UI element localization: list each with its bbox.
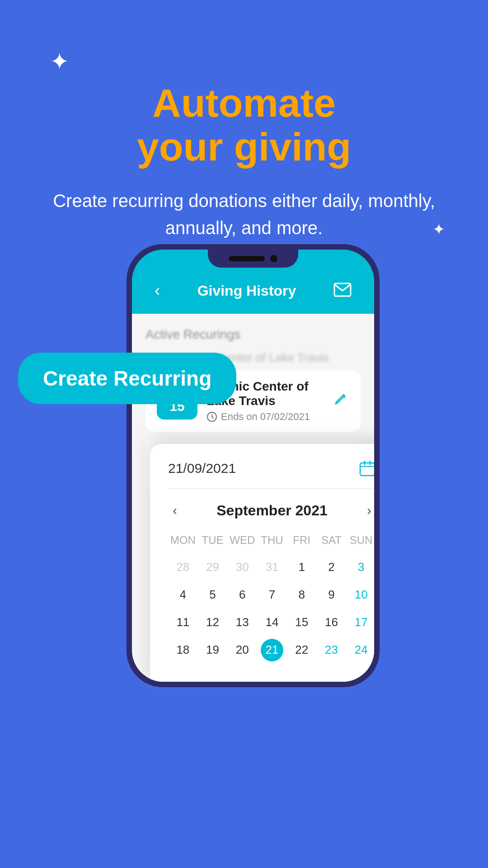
cal-day-today[interactable]: 21: [257, 638, 287, 661]
header-section: Automate your giving Create recurring do…: [0, 81, 488, 241]
calendar-week-1: 28 29 30 31 1 2 3: [168, 556, 374, 579]
screen-title: Giving History: [197, 283, 296, 299]
cal-day[interactable]: 7: [257, 583, 287, 606]
subtitle-text: Create recurring donations either daily,…: [36, 187, 452, 241]
cal-day[interactable]: 22: [287, 638, 317, 661]
day-headers-row: MON TUE WED THU FRI SAT SUN: [168, 532, 374, 549]
phone-header-bar: ‹ Giving History: [132, 272, 374, 314]
tabs-row: Active Recurings: [145, 327, 361, 342]
calendar-popup: 21/09/2021 ‹ September 2021: [150, 444, 374, 682]
cal-day[interactable]: 4: [168, 583, 198, 606]
cal-day[interactable]: 17: [346, 611, 374, 634]
calendar-grid: MON TUE WED THU FRI SAT SUN 28: [168, 532, 374, 661]
back-arrow-icon[interactable]: ‹: [155, 281, 160, 300]
day-header-sat: SAT: [317, 532, 347, 549]
calendar-icon[interactable]: [359, 460, 374, 477]
cal-day[interactable]: 18: [168, 638, 198, 661]
title-line2: your giving: [137, 124, 351, 169]
cal-day[interactable]: 3: [346, 556, 374, 579]
cal-day[interactable]: 9: [317, 583, 347, 606]
cal-day[interactable]: 24: [346, 638, 374, 661]
cal-day[interactable]: 20: [227, 638, 257, 661]
cal-day[interactable]: 30: [227, 556, 257, 579]
cal-day[interactable]: 11: [168, 611, 198, 634]
day-header-sun: SUN: [346, 532, 374, 549]
cal-day[interactable]: 8: [287, 583, 317, 606]
end-date-text: Ends on 07/02/2021: [221, 411, 310, 423]
phone-inner-screen: ‹ Giving History Active Recurings: [132, 250, 374, 682]
cal-day-today-inner[interactable]: 21: [261, 639, 283, 661]
active-recurings-tab: Active Recurings: [145, 327, 240, 342]
day-header-wed: WED: [227, 532, 257, 549]
cal-day[interactable]: 10: [346, 583, 374, 606]
svg-rect-0: [334, 283, 351, 296]
cal-day[interactable]: 29: [198, 556, 228, 579]
edit-icon-main[interactable]: [333, 391, 349, 411]
svg-rect-3: [360, 463, 374, 476]
phone-mockup: ‹ Giving History Active Recurings: [90, 244, 398, 741]
cal-day[interactable]: 14: [257, 611, 287, 634]
calendar-navigation: ‹ September 2021 ›: [168, 500, 374, 520]
main-title: Automate your giving: [36, 81, 452, 169]
phone-notch: [208, 250, 298, 268]
calendar-date-field: 21/09/2021: [168, 460, 374, 489]
mail-icon[interactable]: [333, 283, 352, 299]
clock-icon: [206, 411, 217, 422]
cal-day[interactable]: 28: [168, 556, 198, 579]
notch-speaker: [229, 256, 265, 261]
day-header-mon: MON: [168, 532, 198, 549]
cal-day[interactable]: 23: [317, 638, 347, 661]
calendar-week-4: 18 19 20 21 22 23 24: [168, 638, 374, 661]
sparkle-icon-1: ✦: [50, 50, 70, 73]
cal-day[interactable]: 13: [227, 611, 257, 634]
day-header-tue: TUE: [198, 532, 228, 549]
prev-month-button[interactable]: ‹: [168, 500, 182, 520]
cal-day[interactable]: 2: [317, 556, 347, 579]
selected-date: 21/09/2021: [168, 461, 236, 476]
cal-day[interactable]: 1: [287, 556, 317, 579]
phone-outer-shell: ‹ Giving History Active Recurings: [127, 244, 380, 687]
cal-day[interactable]: 19: [198, 638, 228, 661]
next-month-button[interactable]: ›: [362, 500, 374, 520]
phone-screen: ‹ Giving History Active Recurings: [132, 250, 374, 682]
cal-day[interactable]: 31: [257, 556, 287, 579]
notch-camera: [270, 255, 277, 262]
calendar-week-3: 11 12 13 14 15 16 17: [168, 611, 374, 634]
create-recurring-button[interactable]: Create Recurring: [18, 353, 236, 404]
cal-day[interactable]: 5: [198, 583, 228, 606]
cal-day[interactable]: 6: [227, 583, 257, 606]
calendar-week-2: 4 5 6 7 8 9 10: [168, 583, 374, 606]
day-header-fri: FRI: [287, 532, 317, 549]
cal-day[interactable]: 16: [317, 611, 347, 634]
title-line1: Automate: [152, 80, 336, 125]
end-date: Ends on 07/02/2021: [206, 411, 326, 423]
month-year-label: September 2021: [216, 502, 327, 519]
cal-day[interactable]: 15: [287, 611, 317, 634]
cal-day[interactable]: 12: [198, 611, 228, 634]
day-header-thu: THU: [257, 532, 287, 549]
